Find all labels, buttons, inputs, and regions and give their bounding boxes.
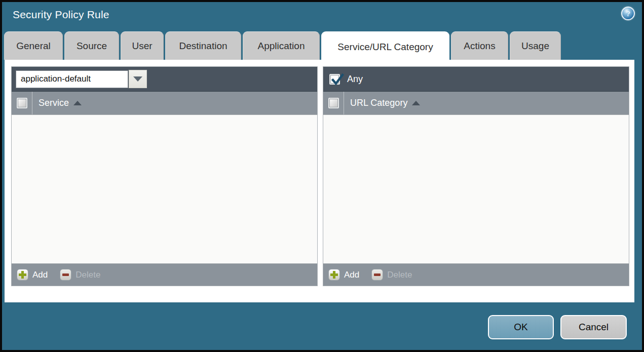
url-category-delete-button[interactable]: Delete bbox=[371, 269, 412, 281]
url-category-add-button[interactable]: Add bbox=[328, 269, 359, 281]
service-type-value[interactable]: application-default bbox=[16, 70, 128, 88]
tab-content-area: application-default Service bbox=[5, 60, 634, 302]
tab-bar: General Source User Destination Applicat… bbox=[4, 31, 561, 63]
sort-asc-icon bbox=[412, 101, 420, 105]
add-button-label: Add bbox=[32, 270, 48, 280]
any-toggle: Any bbox=[327, 74, 363, 85]
service-select-all-checkbox[interactable] bbox=[17, 98, 27, 108]
security-policy-rule-dialog: Security Policy Rule ? General Source Us… bbox=[0, 0, 644, 352]
service-column-header: Service bbox=[32, 92, 82, 114]
ok-button[interactable]: OK bbox=[488, 315, 554, 339]
tab-actions[interactable]: Actions bbox=[451, 31, 508, 60]
url-category-select-all-checkbox[interactable] bbox=[328, 98, 339, 108]
service-delete-button[interactable]: Delete bbox=[60, 269, 100, 281]
add-button-label: Add bbox=[344, 270, 359, 280]
service-add-button[interactable]: Add bbox=[17, 269, 48, 281]
sort-asc-icon bbox=[73, 101, 82, 105]
service-toolbar: application-default bbox=[12, 67, 317, 92]
tab-destination[interactable]: Destination bbox=[165, 31, 241, 60]
service-type-dropdown: application-default bbox=[16, 70, 147, 88]
service-panel: application-default Service bbox=[11, 66, 318, 286]
tab-user[interactable]: User bbox=[121, 31, 164, 60]
minus-icon bbox=[60, 269, 71, 281]
delete-button-label: Delete bbox=[387, 270, 412, 280]
plus-icon bbox=[17, 269, 28, 281]
chevron-down-icon bbox=[133, 76, 142, 82]
service-table-header[interactable]: Service bbox=[12, 92, 317, 115]
checkmark-icon bbox=[331, 73, 344, 87]
tab-application[interactable]: Application bbox=[243, 31, 320, 60]
any-label: Any bbox=[347, 74, 363, 85]
minus-icon bbox=[371, 269, 383, 281]
tab-usage[interactable]: Usage bbox=[510, 31, 561, 60]
url-category-table-header[interactable]: URL Category bbox=[323, 92, 629, 115]
plus-icon bbox=[328, 269, 340, 281]
url-category-column-label: URL Category bbox=[350, 98, 407, 108]
url-category-panel: Any URL Category Add bbox=[323, 66, 629, 286]
service-select-all-cell bbox=[12, 92, 32, 114]
delete-button-label: Delete bbox=[75, 270, 100, 280]
service-column-label: Service bbox=[39, 98, 69, 108]
service-list-body bbox=[12, 115, 317, 263]
service-type-dropdown-button[interactable] bbox=[129, 70, 147, 88]
tab-source[interactable]: Source bbox=[64, 31, 119, 60]
dialog-title: Security Policy Rule bbox=[13, 9, 109, 21]
url-category-toolbar: Any bbox=[323, 67, 629, 92]
url-category-list-body bbox=[323, 115, 629, 263]
any-checkbox[interactable] bbox=[329, 74, 340, 85]
tab-service-url-category[interactable]: Service/URL Category bbox=[321, 31, 449, 62]
url-category-column-header: URL Category bbox=[344, 92, 420, 114]
cancel-button[interactable]: Cancel bbox=[560, 315, 627, 339]
service-footer: Add Delete bbox=[12, 263, 317, 286]
url-category-footer: Add Delete bbox=[323, 263, 629, 286]
url-category-select-all-cell bbox=[323, 92, 344, 114]
help-icon[interactable]: ? bbox=[621, 7, 635, 20]
tab-general[interactable]: General bbox=[4, 31, 63, 60]
